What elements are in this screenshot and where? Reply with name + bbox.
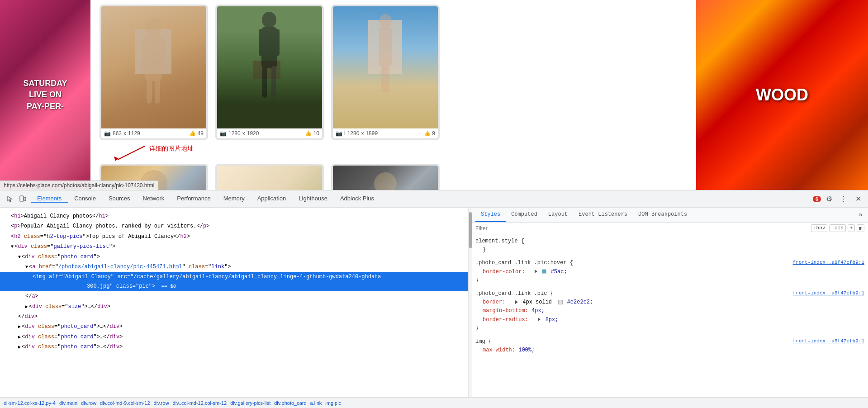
annotation-container: 详细的图片地址	[104, 144, 687, 162]
photo-height-1: 1129	[128, 130, 140, 137]
html-line-size-div: ▶<div class="size">…</div>	[0, 302, 468, 312]
html-line-photo-card-3: ▶<div class="photo_card">…</div>	[0, 332, 468, 342]
breadcrumb-item-7[interactable]: div.gallery-pics-list	[230, 400, 270, 406]
breadcrumb-item-10[interactable]: img.pic	[325, 400, 341, 406]
breadcrumb-item-2[interactable]: div.main	[59, 400, 77, 406]
photo-card-1[interactable]: 📷 863x1129 👍 49	[100, 5, 208, 140]
svg-rect-13	[379, 28, 392, 66]
device-toolbar-button[interactable]	[16, 193, 29, 205]
tab-console[interactable]: Console	[68, 195, 102, 203]
svg-rect-15	[381, 65, 385, 92]
photo-likes-2: 👍 10	[305, 130, 319, 137]
html-line-h2: <h2 class="h2-top-pics">Top pics of Abig…	[0, 232, 468, 242]
html-line-a-tag: ▼<a href="/photos/abigail-clancy/pic-445…	[0, 262, 468, 272]
toggle-sidebar-btn[interactable]: ◧	[857, 224, 864, 232]
elements-scroll-thumb[interactable]	[469, 212, 472, 248]
subtab-event-listeners[interactable]: Event Listeners	[573, 208, 633, 222]
tab-sources[interactable]: Sources	[102, 195, 137, 203]
camera-icon-2: 📷	[220, 130, 227, 137]
tab-performance[interactable]: Performance	[171, 195, 217, 203]
breadcrumb-item-3[interactable]: div.row	[81, 400, 96, 406]
color-swatch-e2e2e2[interactable]	[558, 300, 563, 304]
styles-filter-input[interactable]	[475, 225, 811, 232]
devtools-body: <h1>Abigail Clancy photos</h1> <p>Popula…	[0, 208, 868, 397]
person-silhouette-2	[253, 11, 285, 101]
filter-hov-btn[interactable]: :hov	[811, 224, 827, 232]
left-sidebar-image: SATURDAYLIVE ONPAY-PER-	[0, 0, 90, 190]
subtab-styles[interactable]: Styles	[475, 208, 506, 222]
annotation-text: 详细的图片地址	[149, 145, 194, 153]
color-swatch-5ac[interactable]	[542, 269, 546, 274]
svg-rect-3	[158, 38, 165, 70]
svg-rect-10	[262, 66, 267, 98]
styles-subtabs: Styles Computed Layout Event Listeners D…	[472, 208, 868, 223]
subtab-dom-breakpoints[interactable]: DOM Breakpoints	[633, 208, 693, 222]
photo-grid-top: 📷 863x1129 👍 49	[100, 5, 687, 140]
photo-dimensions-2: 1280	[228, 130, 241, 137]
breadcrumb-item-5[interactable]: div.row	[154, 400, 169, 406]
breadcrumb-item-6[interactable]: div..col-md-12.col-sm-12	[173, 400, 227, 406]
style-rule-pic: .photo_card .link .pic { front-index..a8…	[475, 289, 864, 333]
photo-grid-bottom	[100, 164, 687, 190]
person-silhouette-1	[135, 15, 171, 106]
photo-card-3[interactable]: 📷 i1280x1899 👍 9	[331, 5, 440, 140]
svg-point-6	[262, 12, 276, 28]
html-line-photo-card-open: ▼<div class="photo_card">	[0, 252, 468, 262]
photo-dimensions-3: i	[344, 130, 346, 137]
style-source-2[interactable]: front-index..a8f47cfb9:1	[793, 289, 864, 298]
svg-line-16	[118, 146, 145, 160]
tab-application[interactable]: Application	[251, 195, 293, 203]
breadcrumb-item-4[interactable]: div.col-md-9.col-sm-12	[100, 400, 150, 406]
subtab-layout[interactable]: Layout	[543, 208, 573, 222]
tab-memory[interactable]: Memory	[217, 195, 251, 203]
html-line-photo-card-4: ▶<div class="photo_card">…</div>	[0, 342, 468, 352]
inspect-element-button[interactable]	[4, 193, 16, 205]
url-bar: https://celebs-place.com/photos/abigail-…	[0, 180, 158, 190]
elements-html-panel[interactable]: <h1>Abigail Clancy photos</h1> <p>Popula…	[0, 208, 468, 397]
breadcrumb-item-8[interactable]: div.photo_card	[274, 400, 306, 406]
devtools-toolbar: Elements Console Sources Network Perform…	[0, 190, 868, 208]
style-source-3[interactable]: front-index..a8f47cfb9:1	[793, 337, 864, 346]
tab-elements[interactable]: Elements	[31, 195, 68, 203]
style-rule-element: element.style { }	[475, 237, 864, 254]
style-rule-hover: .photo_card .link .pic:hover { front-ind…	[475, 259, 864, 285]
svg-rect-18	[20, 196, 24, 201]
html-line-photo-card-2: ▶<div class="photo_card">…</div>	[0, 322, 468, 332]
html-line-img-selected[interactable]: <img alt="Abigail Clancy" src="/cache/ga…	[0, 272, 468, 291]
filter-cls-btn[interactable]: .cls	[829, 224, 845, 232]
photo-likes-3: 👍 9	[424, 130, 435, 137]
filter-pseudo-buttons: :hov .cls + ◧	[811, 224, 864, 232]
photo-likes-1: 👍 49	[189, 130, 204, 137]
breadcrumb-bar: ol-sm-12.col-xs-12.py-4 div.main div.row…	[0, 397, 868, 408]
subtab-computed[interactable]: Computed	[506, 208, 543, 222]
tab-lighthouse[interactable]: Lighthouse	[292, 195, 334, 203]
photo-card-6[interactable]	[331, 164, 440, 190]
photo-info-2: 📷 1280x1920 👍 10	[217, 128, 322, 138]
breadcrumb-item-9[interactable]: a.link	[310, 400, 322, 406]
photo-card-5[interactable]	[215, 164, 324, 190]
photo-height-2: 1920	[247, 130, 259, 137]
right-sidebar-image: WOOD	[696, 0, 868, 190]
html-line-gallery-div: ▼<div class="gallery-pics-list">	[0, 242, 468, 251]
elements-scrollbar[interactable]	[468, 208, 472, 397]
styles-filter-row: :hov .cls + ◧	[472, 223, 868, 234]
tab-network[interactable]: Network	[137, 195, 171, 203]
tab-adblock[interactable]: Adblock Plus	[334, 195, 380, 203]
devtools-tabs: Elements Console Sources Network Perform…	[29, 195, 813, 203]
style-source-1[interactable]: front-index..a8f47cfb9:1	[793, 259, 864, 267]
styles-content: element.style { } .photo_card .link .pic…	[472, 234, 868, 362]
svg-rect-2	[142, 38, 148, 70]
settings-button[interactable]: ⚙	[823, 193, 835, 205]
cursor-icon	[6, 195, 14, 203]
photo-card-2[interactable]: 📷 1280x1920 👍 10	[215, 5, 324, 140]
close-devtools-button[interactable]: ✕	[852, 193, 864, 205]
html-line-p: <p>Popular Abigail Clancy photos, ranked…	[0, 221, 468, 231]
devtools-toolbar-right: 6 ⚙ ⋮ ✕	[813, 193, 864, 205]
more-options-button[interactable]: ⋮	[837, 193, 850, 205]
breadcrumb-item-1[interactable]: ol-sm-12.col-xs-12.py-4	[4, 400, 56, 406]
subtab-icons: »	[857, 208, 864, 222]
add-rule-btn[interactable]: +	[848, 224, 855, 232]
page-content: 📷 863x1129 👍 49	[90, 0, 696, 190]
person-silhouette-3	[372, 13, 399, 95]
camera-icon-3: 📷	[336, 130, 342, 137]
